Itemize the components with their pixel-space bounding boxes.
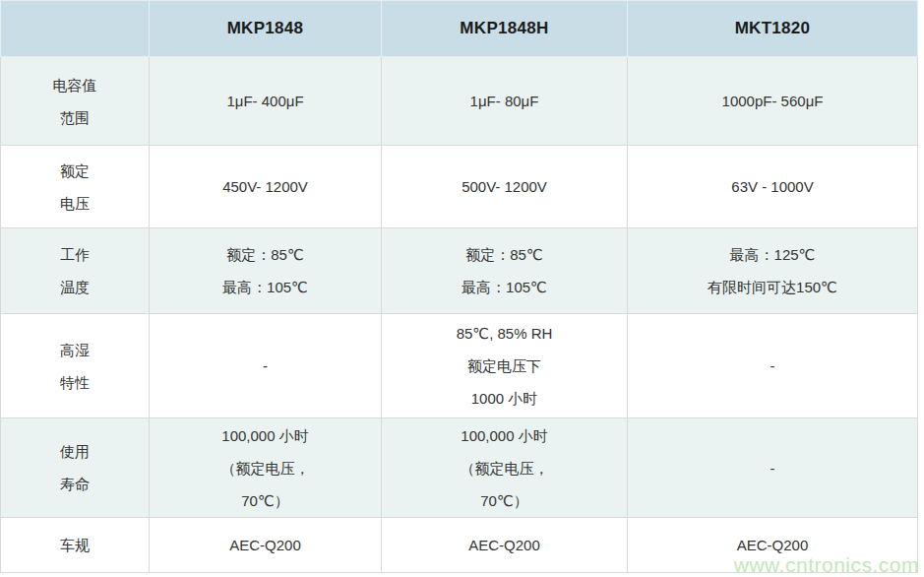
- page: MKP1848 MKP1848H MKT1820 电容值范围1μF- 400μF…: [0, 0, 924, 577]
- cell-line: （额定电压，: [150, 452, 381, 484]
- cell-line: -: [150, 350, 381, 382]
- table-cell: AEC-Q200: [628, 518, 918, 573]
- table-cell: 100,000 小时（额定电压，70℃）: [382, 418, 628, 518]
- cell-line: 最高：105℃: [382, 271, 627, 303]
- cell-line: 85℃, 85% RH: [382, 317, 627, 350]
- spec-comparison-table: MKP1848 MKP1848H MKT1820 电容值范围1μF- 400μF…: [0, 0, 918, 573]
- table-cell: -: [628, 418, 918, 518]
- row-label-line: 电容值: [1, 69, 149, 101]
- cell-line: AEC-Q200: [150, 529, 381, 561]
- row-label-line: 额定: [1, 155, 149, 187]
- row-label-line: 使用: [1, 435, 149, 468]
- table-cell: 1μF- 80μF: [382, 57, 628, 146]
- header-row: MKP1848 MKP1848H MKT1820: [1, 1, 918, 57]
- table-cell: -: [628, 314, 918, 418]
- table-cell: 额定：85℃最高：105℃: [382, 228, 628, 314]
- table-cell: 63V - 1000V: [628, 146, 918, 228]
- cell-line: 1000 小时: [382, 382, 627, 415]
- row-label: 电容值范围: [1, 57, 150, 146]
- column-header-mkt1820: MKT1820: [628, 1, 918, 57]
- cell-line: 1μF- 80μF: [382, 85, 627, 117]
- table-body: 电容值范围1μF- 400μF1μF- 80μF1000pF- 560μF额定电…: [1, 57, 918, 573]
- table-cell: 最高：125℃有限时间可达150℃: [628, 228, 918, 314]
- cell-line: 最高：125℃: [628, 238, 917, 271]
- cell-line: 额定：85℃: [150, 238, 381, 271]
- row-label: 车规: [1, 518, 150, 573]
- cell-line: 额定电压下: [382, 350, 627, 382]
- table-row: 电容值范围1μF- 400μF1μF- 80μF1000pF- 560μF: [1, 57, 918, 146]
- cell-line: -: [628, 452, 917, 484]
- row-label-line: 温度: [1, 271, 149, 303]
- table-cell: 1μF- 400μF: [150, 57, 382, 146]
- table-cell: AEC-Q200: [150, 518, 382, 573]
- cell-line: 最高：105℃: [150, 271, 381, 303]
- table-cell: 100,000 小时（额定电压，70℃）: [150, 418, 382, 518]
- cell-line: 63V - 1000V: [628, 170, 917, 203]
- cell-line: （额定电压，: [382, 452, 627, 484]
- cell-line: 1μF- 400μF: [150, 85, 381, 117]
- table-cell: 额定：85℃最高：105℃: [150, 228, 382, 314]
- cell-line: 70℃）: [382, 484, 627, 517]
- table-cell: 1000pF- 560μF: [628, 57, 918, 146]
- table-cell: 450V- 1200V: [150, 146, 382, 228]
- row-label-line: 高湿: [1, 334, 149, 366]
- column-header-mkp1848h: MKP1848H: [382, 1, 628, 57]
- row-label: 使用寿命: [1, 418, 150, 518]
- cell-line: 1000pF- 560μF: [628, 85, 917, 117]
- table-row: 工作温度额定：85℃最高：105℃额定：85℃最高：105℃最高：125℃有限时…: [1, 228, 918, 314]
- table-header: MKP1848 MKP1848H MKT1820: [1, 1, 918, 57]
- table-cell: -: [150, 314, 382, 418]
- row-label-line: 车规: [1, 529, 149, 561]
- cell-line: 100,000 小时: [150, 419, 381, 452]
- cell-line: 500V- 1200V: [382, 170, 627, 203]
- table-row: 高湿特性-85℃, 85% RH额定电压下1000 小时-: [1, 314, 918, 418]
- cell-line: 70℃）: [150, 484, 381, 517]
- row-label-line: 电压: [1, 187, 149, 220]
- table-row: 车规AEC-Q200AEC-Q200AEC-Q200: [1, 518, 918, 573]
- row-label-line: 工作: [1, 238, 149, 271]
- cell-line: -: [628, 350, 917, 382]
- table-row: 额定电压450V- 1200V500V- 1200V63V - 1000V: [1, 146, 918, 228]
- row-label: 工作温度: [1, 228, 150, 314]
- row-label-line: 特性: [1, 366, 149, 399]
- row-label: 额定电压: [1, 146, 150, 228]
- table-cell: 85℃, 85% RH额定电压下1000 小时: [382, 314, 628, 418]
- row-label: 高湿特性: [1, 314, 150, 418]
- cell-line: 有限时间可达150℃: [628, 271, 917, 303]
- corner-cell: [1, 1, 150, 57]
- row-label-line: 寿命: [1, 468, 149, 500]
- table-row: 使用寿命100,000 小时（额定电压，70℃）100,000 小时（额定电压，…: [1, 418, 918, 518]
- table-cell: 500V- 1200V: [382, 146, 628, 228]
- table-cell: AEC-Q200: [382, 518, 628, 573]
- cell-line: AEC-Q200: [628, 529, 917, 561]
- column-header-mkp1848: MKP1848: [150, 1, 382, 57]
- cell-line: 450V- 1200V: [150, 170, 381, 203]
- cell-line: 额定：85℃: [382, 238, 627, 271]
- row-label-line: 范围: [1, 101, 149, 134]
- cell-line: 100,000 小时: [382, 419, 627, 452]
- cell-line: AEC-Q200: [382, 529, 627, 561]
